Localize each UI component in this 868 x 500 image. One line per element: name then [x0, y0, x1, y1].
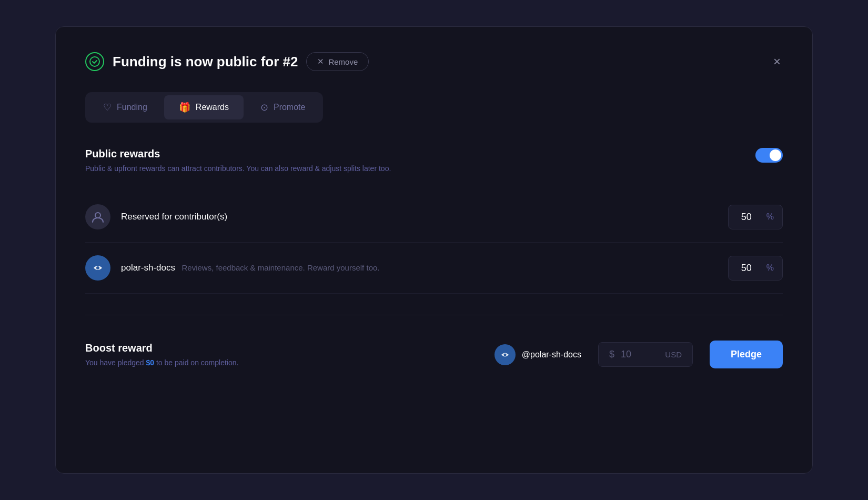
- remove-label: Remove: [328, 57, 358, 66]
- contributor-percent-symbol: %: [764, 206, 782, 228]
- contributor-percent-input[interactable]: 50 %: [728, 205, 783, 229]
- boost-username: @polar-sh-docs: [522, 350, 581, 359]
- section-text: Public rewards Public & upfront rewards …: [85, 148, 391, 173]
- tab-funding-label: Funding: [117, 103, 147, 112]
- tab-promote-label: Promote: [274, 103, 305, 112]
- dollar-sign: $: [609, 349, 614, 360]
- remove-button[interactable]: ✕ Remove: [306, 52, 369, 71]
- svg-point-3: [96, 266, 99, 269]
- reward-row-polar: polar-sh-docs Reviews, feedback & mainte…: [85, 243, 783, 294]
- title-group: Funding is now public for #2 ✕ Remove: [85, 52, 369, 71]
- boost-pledged-amount: $0: [146, 358, 154, 367]
- boost-user: @polar-sh-docs: [494, 344, 581, 365]
- contributor-avatar: [85, 204, 110, 229]
- x-icon: ✕: [317, 57, 324, 66]
- section-description: Public & upfront rewards can attract con…: [85, 164, 391, 173]
- contributor-label: Reserved for contributor(s): [121, 212, 227, 222]
- polar-percent-input[interactable]: 50 %: [728, 256, 783, 281]
- boost-desc-prefix: You have pledged: [85, 358, 146, 367]
- tab-rewards[interactable]: 🎁 Rewards: [164, 95, 244, 119]
- boost-description: You have pledged $0 to be paid on comple…: [85, 358, 478, 367]
- gift-icon: 🎁: [179, 102, 190, 113]
- svg-point-0: [90, 57, 99, 66]
- target-icon: ⊙: [260, 102, 268, 113]
- polar-label: polar-sh-docs: [121, 263, 175, 273]
- close-button[interactable]: ×: [771, 53, 783, 70]
- boost-title: Boost reward: [85, 342, 478, 354]
- heart-icon: ♡: [103, 102, 112, 113]
- success-icon: [85, 52, 104, 71]
- toggle-knob: [770, 149, 781, 161]
- polar-label-group: polar-sh-docs Reviews, feedback & mainte…: [121, 263, 379, 273]
- polar-sublabel: Reviews, feedback & maintenance. Reward …: [181, 263, 379, 272]
- tab-bar: ♡ Funding 🎁 Rewards ⊙ Promote: [85, 92, 323, 123]
- boost-text: Boost reward You have pledged $0 to be p…: [85, 342, 478, 367]
- pledge-amount-input[interactable]: $ 10 USD: [598, 342, 693, 367]
- pledge-button[interactable]: Pledge: [710, 341, 783, 368]
- tab-funding[interactable]: ♡ Funding: [88, 95, 162, 119]
- polar-docs-avatar: [85, 255, 110, 281]
- boost-desc-suffix: to be paid on completion.: [156, 358, 238, 367]
- reward-row-contributor: Reserved for contributor(s) 50 %: [85, 192, 783, 243]
- section-title: Public rewards: [85, 148, 391, 160]
- tab-rewards-label: Rewards: [196, 103, 229, 112]
- modal-title: Funding is now public for #2: [113, 54, 298, 70]
- modal-header: Funding is now public for #2 ✕ Remove ×: [85, 52, 783, 71]
- contributor-percent-value: 50: [729, 205, 764, 229]
- public-rewards-section: Public rewards Public & upfront rewards …: [85, 148, 783, 173]
- amount-value: 10: [621, 349, 659, 360]
- section-divider: [85, 315, 783, 315]
- modal-container: Funding is now public for #2 ✕ Remove × …: [55, 26, 813, 474]
- boost-user-avatar: [494, 344, 516, 365]
- polar-percent-value: 50: [729, 256, 764, 280]
- svg-point-1: [95, 213, 100, 218]
- boost-reward-section: Boost reward You have pledged $0 to be p…: [85, 336, 783, 368]
- polar-percent-symbol: %: [764, 257, 782, 279]
- currency-label: USD: [665, 350, 682, 359]
- svg-point-5: [503, 353, 506, 356]
- public-rewards-toggle[interactable]: [755, 148, 783, 163]
- tab-promote[interactable]: ⊙ Promote: [246, 95, 320, 119]
